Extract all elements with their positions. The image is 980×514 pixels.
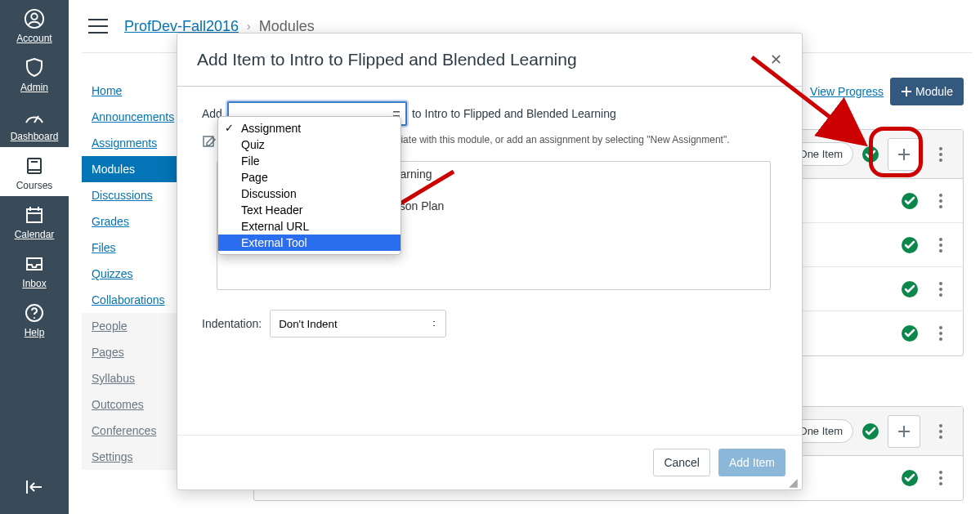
svg-point-35 [939,326,942,329]
svg-point-41 [939,424,942,427]
published-icon [861,422,879,440]
svg-point-23 [939,194,942,197]
item-options-button[interactable] [929,185,953,217]
svg-point-36 [939,332,942,335]
dropdown-option-file[interactable]: File [218,153,401,169]
svg-point-19 [939,147,942,150]
global-nav: Account Admin Dashboard Courses Calendar… [0,0,69,514]
dropdown-option-discussion[interactable]: Discussion [218,185,401,202]
add-module-button[interactable]: Module [890,78,964,105]
published-icon [901,469,919,487]
svg-point-37 [939,337,942,341]
svg-rect-6 [27,209,42,222]
nav-dashboard-label: Dashboard [11,131,59,142]
nav-admin-label: Admin [20,82,48,93]
add-item-to-module-button[interactable] [888,415,920,448]
item-type-dropdown: Assignment Quiz File Page Discussion Tex… [217,116,401,255]
add-module-label: Module [915,85,953,98]
dropdown-option-external-url[interactable]: External URL [218,218,401,235]
nav-courses-label: Courses [16,180,53,191]
published-icon [901,280,919,298]
chevron-right-icon: › [247,20,251,33]
kebab-icon [939,147,942,162]
published-icon [861,145,879,163]
nav-account[interactable]: Account [0,0,69,49]
nav-admin[interactable]: Admin [0,49,69,98]
user-circle-icon [24,8,45,29]
resize-grip-icon[interactable]: ◢ [789,476,800,488]
dropdown-option-text-header[interactable]: Text Header [218,202,401,218]
shield-icon [24,57,45,78]
nav-inbox[interactable]: Inbox [0,245,69,294]
svg-point-46 [939,476,942,480]
add-item-to-module-button[interactable] [888,138,920,171]
item-options-button[interactable] [929,317,953,350]
published-icon [901,192,919,210]
modal-footer: Cancel Add Item [177,435,802,489]
item-options-button[interactable] [929,229,953,261]
close-icon[interactable]: ✕ [770,51,782,69]
dropdown-option-page[interactable]: Page [218,169,401,185]
help-icon [24,302,45,324]
modules-toolbar: View Progress Module [800,78,964,105]
note-icon [202,134,217,151]
svg-point-43 [939,436,942,439]
nav-dashboard[interactable]: Dashboard [0,98,69,147]
dropdown-option-assignment[interactable]: Assignment [218,120,401,136]
kebab-icon [939,326,942,341]
nav-calendar[interactable]: Calendar [0,196,69,245]
nav-inbox-label: Inbox [22,278,46,289]
plus-icon [901,86,912,97]
nav-account-label: Account [16,33,51,44]
nav-calendar-label: Calendar [15,229,55,240]
nav-help-label: Help [25,327,45,338]
svg-point-24 [939,199,942,203]
modal-header: Add Item to Intro to Flipped and Blended… [177,34,802,87]
module-options-button[interactable] [929,415,953,448]
book-icon [24,155,45,177]
svg-point-28 [939,244,942,247]
dropdown-option-quiz[interactable]: Quiz [218,136,401,153]
item-options-button[interactable] [929,273,953,306]
published-icon [901,236,919,254]
indentation-select[interactable]: Don't Indent [270,310,446,337]
plus-icon [897,148,911,161]
svg-point-21 [939,159,942,162]
kebab-icon [939,282,942,297]
plus-icon [897,425,911,438]
svg-point-45 [939,471,942,474]
svg-point-27 [939,238,942,241]
nav-courses[interactable]: Courses [0,147,69,196]
dropdown-option-external-tool[interactable]: External Tool [218,235,401,251]
collapse-nav-icon[interactable] [24,471,45,506]
svg-point-33 [939,293,942,297]
svg-point-31 [939,282,942,285]
cancel-button[interactable]: Cancel [653,449,710,476]
svg-point-42 [939,430,942,433]
module-options-button[interactable] [929,138,953,171]
hamburger-icon[interactable] [88,19,108,34]
svg-point-47 [939,482,942,485]
kebab-icon [939,424,942,439]
svg-point-1 [31,14,37,20]
add-item-button[interactable]: Add Item [718,449,785,476]
indentation-label: Indentation: [202,317,262,330]
calendar-icon [24,204,45,226]
svg-rect-3 [28,159,41,173]
svg-point-20 [939,153,942,156]
kebab-icon [939,194,942,208]
svg-point-29 [939,249,942,253]
kebab-icon [939,471,942,485]
view-progress-link[interactable]: View Progress [800,78,884,105]
published-icon [901,324,919,342]
add-item-modal: Add Item to Intro to Flipped and Blended… [177,33,803,490]
svg-point-12 [34,317,35,319]
modal-title: Add Item to Intro to Flipped and Blended… [197,50,577,69]
kebab-icon [939,238,942,253]
svg-point-32 [939,288,942,291]
to-module-text: to Intro to Flipped and Blended Learning [412,107,616,120]
inbox-icon [24,253,45,275]
gauge-icon [24,106,45,127]
nav-help[interactable]: Help [0,294,69,343]
item-options-button[interactable] [929,462,953,494]
